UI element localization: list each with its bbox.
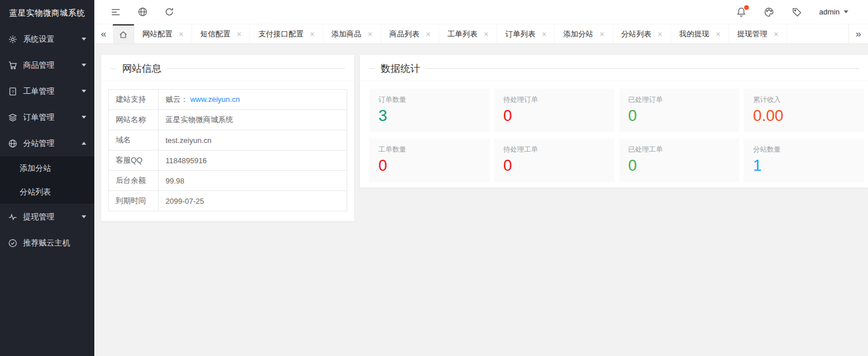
tab-home[interactable] [113,24,134,43]
tab-order-list[interactable]: 订单列表 × [497,24,555,43]
tab-label: 短信配置 [200,29,230,39]
home-icon [119,30,128,39]
chevron-down-icon [82,215,86,218]
chevron-down-icon [82,64,86,67]
chevron-down-icon [82,90,86,93]
stat-label: 工单数量 [378,145,480,155]
sidebar-subitem-substation-list[interactable]: 分站列表 [0,180,94,204]
collapse-sidebar-icon[interactable] [111,7,121,17]
notification-dot [744,5,749,10]
tab-add-product[interactable]: 添加商品 × [323,24,381,43]
stat-value: 0.00 [753,107,855,125]
tab-label: 添加商品 [332,29,362,39]
tabs-scroll-right-button[interactable]: » [848,24,868,43]
sidebar-item-order-manage[interactable]: 订单管理 [0,104,94,130]
row-label: 域名 [109,130,159,151]
user-name: admin [819,8,840,16]
tab-label: 支付接口配置 [258,29,303,39]
sidebar-item-label: 订单管理 [23,112,82,123]
row-value: 2099-07-25 [159,191,347,211]
tab-workorder-list[interactable]: 工单列表 × [439,24,497,43]
stat-label: 待处理订单 [503,95,605,105]
stat-card-total-income: 累计收入 0.00 [744,89,864,132]
svg-text:?: ? [12,89,14,94]
close-icon[interactable]: × [599,30,604,38]
site-info-table: 建站支持 贼云： www.zeiyun.cn 网站名称 蓝星实物微商城系统 [108,89,347,211]
notification-bell-icon[interactable] [736,7,746,17]
close-icon[interactable]: × [716,30,720,38]
row-value: 蓝星实物微商城系统 [159,110,347,130]
support-link[interactable]: www.zeiyun.cn [190,95,240,104]
tab-add-substation[interactable]: 添加分站 × [555,24,613,43]
support-prefix: 贼云： [165,95,188,104]
stat-value: 1 [753,157,855,175]
stat-card-substation-count: 分站数量 1 [744,138,864,182]
site-info-panel: 网站信息 建站支持 贼云： www.zeiyun.cn [101,55,354,221]
sidebar-item-recommend-host[interactable]: 推荐贼云主机 [0,230,94,256]
close-icon[interactable]: × [542,30,546,38]
ticket-icon: ? [8,87,17,96]
tab-label: 网站配置 [142,29,172,39]
close-icon[interactable]: × [179,30,183,38]
stat-card-processed-orders: 已处理订单 0 [619,89,740,132]
sidebar-subitem-add-substation[interactable]: 添加分站 [0,156,94,180]
stat-value: 0 [503,157,605,175]
close-icon[interactable]: × [310,30,314,38]
user-dropdown[interactable]: admin [819,8,848,16]
stat-label: 待处理工单 [503,145,605,155]
layers-icon [8,113,17,122]
close-icon[interactable]: × [658,30,663,38]
close-icon[interactable]: × [484,30,488,38]
sidebar-item-system-settings[interactable]: 系统设置 [0,26,94,52]
sidebar-item-label: 工单管理 [23,86,82,97]
sidebar-item-product-manage[interactable]: 商品管理 [0,52,94,78]
stat-label: 已处理工单 [628,145,730,155]
sidebar-item-withdraw-manage[interactable]: 提现管理 [0,204,94,230]
tag-icon[interactable] [792,7,802,17]
row-label: 客服QQ [109,151,159,171]
close-icon[interactable]: × [426,30,431,38]
tab-withdrawal-manage[interactable]: 提现管理 × [729,24,787,43]
stats-panel: 数据统计 订单数量 3 待处理订单 0 已处理订单 0 [360,55,868,188]
tabs-scroll-left-button[interactable]: « [94,24,113,43]
globe-language-icon[interactable] [138,7,148,17]
close-icon[interactable]: × [237,30,241,38]
table-row: 后台余额 99.98 [109,171,347,191]
sidebar-menu: 系统设置 商品管理 ? 工单管理 订 [0,26,94,256]
tab-sms-config[interactable]: 短信配置 × [192,24,250,43]
stat-card-pending-workorders: 待处理工单 0 [494,138,615,182]
stat-card-pending-orders: 待处理订单 0 [494,89,615,132]
gear-icon [8,35,17,44]
sidebar-item-label: 系统设置 [23,34,82,45]
navbar-right-icons: admin [736,7,848,17]
stat-value: 3 [378,107,480,125]
stat-card-workorder-count: 工单数量 0 [369,138,490,182]
tab-my-withdrawal[interactable]: 我的提现 × [671,24,729,43]
top-navbar: admin [94,0,868,24]
sidebar-item-workorder-manage[interactable]: ? 工单管理 [0,78,94,104]
tab-product-list[interactable]: 商品列表 × [381,24,439,43]
tab-substation-list[interactable]: 分站列表 × [613,24,671,43]
sidebar-item-substation-manage[interactable]: 分站管理 [0,130,94,156]
sidebar-submenu-substation: 添加分站 分站列表 [0,156,94,204]
chevron-down-icon [82,38,86,41]
site-info-header: 网站信息 [101,55,354,81]
theme-palette-icon[interactable] [764,7,774,17]
close-icon[interactable]: × [774,30,778,38]
tab-bar: « 网站配置 × 短信配置 × 支付接口配置 × 添加商品 × [94,24,868,44]
stat-label: 分站数量 [753,145,855,155]
close-icon[interactable]: × [368,30,373,38]
app-root: 蓝星实物微商城系统 系统设置 商品管理 ? 工单管理 [0,0,868,356]
cart-icon [8,61,17,70]
tab-payment-config[interactable]: 支付接口配置 × [250,24,323,43]
table-row: 客服QQ 1184895916 [109,151,347,171]
refresh-icon[interactable] [164,7,174,17]
stats-header: 数据统计 [360,55,868,81]
chevron-up-icon [82,142,86,145]
stat-value: 0 [628,157,730,175]
stat-value: 0 [628,107,730,125]
row-label: 建站支持 [109,90,159,110]
sidebar-item-label: 提现管理 [23,212,82,222]
globe-icon [8,139,17,148]
tab-website-config[interactable]: 网站配置 × [134,24,192,43]
